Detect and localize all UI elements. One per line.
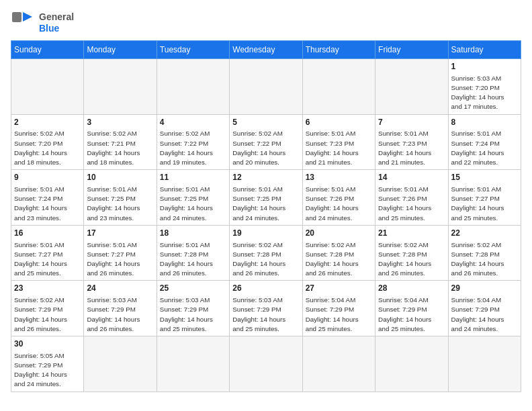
calendar-day-cell [448, 336, 521, 392]
day-info: Sunrise: 5:03 AMSunset: 7:29 PMDaylight:… [232, 295, 299, 334]
day-number: 15 [451, 172, 518, 183]
day-number: 30 [14, 338, 81, 350]
calendar-day-cell [375, 336, 448, 392]
day-info: Sunrise: 5:01 AMSunset: 7:27 PMDaylight:… [451, 185, 518, 223]
day-info: Sunrise: 5:01 AMSunset: 7:23 PMDaylight:… [306, 129, 372, 167]
calendar-day-cell [157, 59, 229, 115]
calendar-day-cell [157, 336, 229, 392]
calendar-day-cell: 12Sunrise: 5:01 AMSunset: 7:25 PMDayligh… [230, 170, 302, 226]
day-number: 22 [451, 228, 518, 239]
calendar-week-row: 30Sunrise: 5:05 AMSunset: 7:29 PMDayligh… [11, 336, 521, 392]
day-number: 11 [160, 172, 226, 183]
day-info: Sunrise: 5:01 AMSunset: 7:24 PMDaylight:… [451, 129, 518, 167]
day-number: 18 [160, 228, 226, 239]
calendar-day-cell: 25Sunrise: 5:03 AMSunset: 7:29 PMDayligh… [157, 281, 229, 336]
calendar-day-cell: 20Sunrise: 5:02 AMSunset: 7:28 PMDayligh… [302, 225, 375, 281]
calendar-day-cell: 3Sunrise: 5:02 AMSunset: 7:21 PMDaylight… [84, 114, 157, 170]
day-number: 20 [306, 228, 372, 239]
day-number: 25 [160, 283, 226, 294]
calendar-day-cell: 7Sunrise: 5:01 AMSunset: 7:23 PMDaylight… [375, 114, 448, 170]
calendar-week-row: 1Sunrise: 5:03 AMSunset: 7:20 PMDaylight… [11, 59, 521, 115]
calendar-week-row: 23Sunrise: 5:02 AMSunset: 7:29 PMDayligh… [11, 281, 521, 336]
day-number: 21 [378, 228, 445, 239]
calendar-day-cell: 15Sunrise: 5:01 AMSunset: 7:27 PMDayligh… [448, 170, 521, 226]
calendar-day-cell: 11Sunrise: 5:01 AMSunset: 7:25 PMDayligh… [157, 170, 229, 226]
logo-general-text: General [39, 11, 74, 23]
day-number: 1 [451, 61, 518, 73]
day-number: 28 [378, 283, 445, 294]
calendar-week-row: 9Sunrise: 5:01 AMSunset: 7:24 PMDaylight… [11, 170, 521, 226]
calendar-day-cell: 5Sunrise: 5:02 AMSunset: 7:22 PMDaylight… [230, 114, 302, 170]
calendar-day-cell: 17Sunrise: 5:01 AMSunset: 7:27 PMDayligh… [84, 225, 157, 281]
day-number: 17 [87, 228, 153, 239]
day-info: Sunrise: 5:01 AMSunset: 7:27 PMDaylight:… [87, 240, 153, 279]
calendar-day-cell [230, 336, 302, 392]
day-number: 5 [232, 117, 299, 128]
day-number: 3 [87, 117, 153, 128]
day-info: Sunrise: 5:05 AMSunset: 7:29 PMDaylight:… [14, 351, 81, 390]
day-number: 13 [306, 172, 372, 183]
day-number: 7 [378, 117, 445, 128]
day-number: 2 [14, 117, 81, 128]
calendar-header-row: SundayMondayTuesdayWednesdayThursdayFrid… [11, 41, 521, 59]
calendar-day-cell: 27Sunrise: 5:04 AMSunset: 7:29 PMDayligh… [302, 281, 375, 336]
day-info: Sunrise: 5:02 AMSunset: 7:22 PMDaylight:… [232, 129, 299, 167]
day-number: 9 [14, 172, 81, 183]
calendar-week-row: 2Sunrise: 5:02 AMSunset: 7:20 PMDaylight… [11, 114, 521, 170]
header: GeneralBlue [11, 11, 521, 35]
day-of-week-header: Sunday [11, 41, 84, 59]
day-number: 8 [451, 117, 518, 128]
logo-blue-text: Blue [39, 23, 74, 34]
day-of-week-header: Tuesday [157, 41, 229, 59]
day-info: Sunrise: 5:02 AMSunset: 7:21 PMDaylight:… [87, 129, 153, 167]
day-info: Sunrise: 5:02 AMSunset: 7:22 PMDaylight:… [160, 129, 226, 167]
day-number: 27 [306, 283, 372, 294]
calendar-day-cell: 14Sunrise: 5:01 AMSunset: 7:26 PMDayligh… [375, 170, 448, 226]
day-info: Sunrise: 5:02 AMSunset: 7:28 PMDaylight:… [451, 240, 518, 279]
day-info: Sunrise: 5:02 AMSunset: 7:28 PMDaylight:… [378, 240, 445, 279]
day-info: Sunrise: 5:02 AMSunset: 7:28 PMDaylight:… [232, 240, 299, 279]
calendar-day-cell: 30Sunrise: 5:05 AMSunset: 7:29 PMDayligh… [11, 336, 84, 392]
calendar-day-cell: 2Sunrise: 5:02 AMSunset: 7:20 PMDaylight… [11, 114, 84, 170]
day-number: 16 [14, 228, 81, 239]
calendar-day-cell [302, 336, 375, 392]
calendar-day-cell [302, 59, 375, 115]
day-info: Sunrise: 5:02 AMSunset: 7:20 PMDaylight:… [14, 129, 81, 167]
day-info: Sunrise: 5:03 AMSunset: 7:29 PMDaylight:… [160, 295, 226, 334]
day-info: Sunrise: 5:04 AMSunset: 7:29 PMDaylight:… [306, 295, 372, 334]
day-info: Sunrise: 5:01 AMSunset: 7:25 PMDaylight:… [232, 185, 299, 223]
calendar-day-cell: 26Sunrise: 5:03 AMSunset: 7:29 PMDayligh… [230, 281, 302, 336]
day-number: 6 [306, 117, 372, 128]
day-of-week-header: Wednesday [230, 41, 302, 59]
day-of-week-header: Friday [375, 41, 448, 59]
day-info: Sunrise: 5:02 AMSunset: 7:29 PMDaylight:… [14, 295, 81, 334]
day-info: Sunrise: 5:01 AMSunset: 7:28 PMDaylight:… [160, 240, 226, 279]
calendar-day-cell: 19Sunrise: 5:02 AMSunset: 7:28 PMDayligh… [230, 225, 302, 281]
calendar-day-cell [230, 59, 302, 115]
day-info: Sunrise: 5:03 AMSunset: 7:29 PMDaylight:… [87, 295, 153, 334]
day-info: Sunrise: 5:01 AMSunset: 7:24 PMDaylight:… [14, 185, 81, 223]
calendar-day-cell: 24Sunrise: 5:03 AMSunset: 7:29 PMDayligh… [84, 281, 157, 336]
day-info: Sunrise: 5:01 AMSunset: 7:25 PMDaylight:… [87, 185, 153, 223]
day-of-week-header: Thursday [302, 41, 375, 59]
calendar-day-cell: 13Sunrise: 5:01 AMSunset: 7:26 PMDayligh… [302, 170, 375, 226]
day-number: 24 [87, 283, 153, 294]
day-of-week-header: Saturday [448, 41, 521, 59]
calendar-day-cell: 28Sunrise: 5:04 AMSunset: 7:29 PMDayligh… [375, 281, 448, 336]
day-info: Sunrise: 5:01 AMSunset: 7:23 PMDaylight:… [378, 129, 445, 167]
day-info: Sunrise: 5:01 AMSunset: 7:25 PMDaylight:… [160, 185, 226, 223]
calendar-day-cell [84, 59, 157, 115]
day-info: Sunrise: 5:02 AMSunset: 7:28 PMDaylight:… [306, 240, 372, 279]
svg-marker-1 [23, 12, 32, 21]
calendar-day-cell: 6Sunrise: 5:01 AMSunset: 7:23 PMDaylight… [302, 114, 375, 170]
day-number: 14 [378, 172, 445, 183]
calendar-day-cell: 4Sunrise: 5:02 AMSunset: 7:22 PMDaylight… [157, 114, 229, 170]
calendar-day-cell: 9Sunrise: 5:01 AMSunset: 7:24 PMDaylight… [11, 170, 84, 226]
calendar: SundayMondayTuesdayWednesdayThursdayFrid… [11, 40, 521, 392]
day-of-week-header: Monday [84, 41, 157, 59]
calendar-day-cell: 10Sunrise: 5:01 AMSunset: 7:25 PMDayligh… [84, 170, 157, 226]
calendar-day-cell: 18Sunrise: 5:01 AMSunset: 7:28 PMDayligh… [157, 225, 229, 281]
day-info: Sunrise: 5:03 AMSunset: 7:20 PMDaylight:… [451, 74, 518, 112]
calendar-week-row: 16Sunrise: 5:01 AMSunset: 7:27 PMDayligh… [11, 225, 521, 281]
calendar-day-cell [84, 336, 157, 392]
